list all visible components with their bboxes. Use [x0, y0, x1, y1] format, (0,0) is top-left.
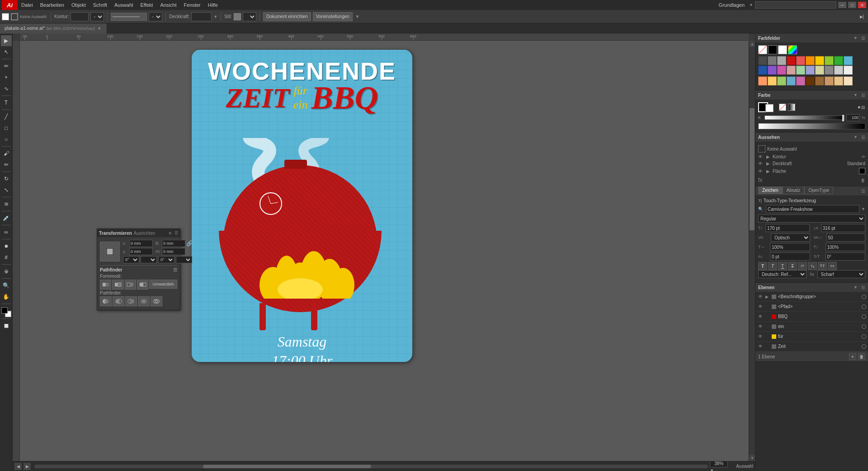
new-layer-button[interactable]: +: [849, 353, 856, 360]
ebene-circle-1[interactable]: [862, 295, 866, 299]
aussehen-header[interactable]: Aussehen ▼ ☰: [755, 133, 868, 142]
dokument-einrichten-button[interactable]: Dokument einrichten: [263, 12, 311, 21]
scale-h-input[interactable]: [770, 243, 810, 251]
selection-tool[interactable]: ▶: [1, 35, 12, 46]
spectrum-swatch[interactable]: [788, 45, 797, 54]
fp-x-input[interactable]: [129, 240, 153, 247]
cs-30[interactable]: [844, 76, 853, 86]
artboard-prev[interactable]: ◀: [14, 463, 22, 470]
pathfinder-btn-1[interactable]: [100, 296, 112, 306]
zeichen-header[interactable]: Zeichen Absatz OpenType ☰: [755, 186, 868, 195]
opacity-input[interactable]: 100%: [191, 12, 212, 21]
vscroll-thumb[interactable]: [750, 108, 755, 230]
formmod-btn-2[interactable]: [112, 280, 123, 290]
formmod-btn-1[interactable]: [100, 280, 111, 290]
pathfinder-btn-4[interactable]: [138, 296, 150, 306]
menu-effekt[interactable]: Effekt: [137, 0, 156, 10]
font-style-select[interactable]: Regular: [758, 214, 865, 223]
eyedropper-tool[interactable]: 💉: [1, 213, 12, 224]
hscroll-track[interactable]: [34, 465, 708, 468]
white-swatch[interactable]: [778, 45, 787, 54]
pen-tool[interactable]: ✏: [1, 61, 12, 71]
cs-4[interactable]: [787, 56, 796, 65]
line-tool[interactable]: ╱: [1, 111, 12, 122]
ebene-eye-5[interactable]: 👁: [757, 334, 764, 339]
kontur-edit-icon[interactable]: ✏: [862, 154, 865, 159]
screen-mode-button[interactable]: ⬜: [1, 320, 12, 331]
voreinstellungen-button[interactable]: Voreinstellungen: [313, 12, 353, 21]
font-size-input[interactable]: [765, 224, 810, 232]
workspace-label[interactable]: Grundlagen: [719, 2, 745, 8]
cs-19[interactable]: [834, 66, 843, 75]
pathfinder-btn-5[interactable]: [151, 296, 162, 306]
pathfinder-btn-3[interactable]: [125, 296, 137, 306]
sharp-select[interactable]: Scharf: [817, 270, 866, 278]
farbe-mode-icon-2[interactable]: ▤: [861, 105, 865, 109]
menu-fenster[interactable]: Fenster: [180, 0, 204, 10]
fp-grid-cell-4[interactable]: [100, 248, 106, 255]
stroke-style-preview[interactable]: [111, 13, 147, 21]
tracking-type-select[interactable]: Optisch: [771, 233, 810, 242]
minimize-button[interactable]: ─: [838, 2, 846, 8]
fp-unit-select-1[interactable]: 0°: [123, 256, 139, 263]
fg-bg-swatches[interactable]: [1, 307, 11, 317]
maximize-button[interactable]: □: [848, 2, 856, 8]
menu-objekt[interactable]: Objekt: [68, 0, 90, 10]
ebenen-menu[interactable]: ☰: [861, 285, 865, 290]
ebenen-item-zeit[interactable]: 👁 ▶ Zeit: [755, 342, 868, 352]
font-search-input[interactable]: [766, 205, 859, 213]
aussehen-clear-icon[interactable]: 🗑: [861, 178, 865, 183]
farbfelder-header[interactable]: Farbfelder ▼ ☰: [755, 33, 868, 43]
cs-15[interactable]: [796, 66, 805, 75]
kontur-eye-icon[interactable]: 👁: [758, 154, 764, 159]
cs-2[interactable]: [768, 56, 777, 65]
search-input-top[interactable]: [755, 1, 836, 9]
farbe-menu[interactable]: ☰: [861, 93, 865, 98]
strikethrough-button[interactable]: T: [788, 262, 797, 270]
flache-expand-icon[interactable]: ▶: [766, 169, 771, 174]
pathfinder-menu-icon[interactable]: ☰: [173, 267, 177, 272]
kontur-expand-icon[interactable]: ▶: [766, 154, 771, 159]
fp-grid-cell-7[interactable]: [100, 255, 106, 262]
formmod-btn-3[interactable]: [125, 280, 136, 290]
deckkraft-expand-icon[interactable]: ▶: [766, 161, 771, 166]
cs-8[interactable]: [825, 56, 834, 65]
absatz-tab[interactable]: Absatz: [783, 186, 805, 194]
baseline-input[interactable]: [770, 252, 810, 261]
hand-tool[interactable]: ✋: [1, 291, 12, 302]
ebenen-item-fuer[interactable]: 👁 ▶ für: [755, 332, 868, 342]
vscrollbar[interactable]: ▲ ▼: [749, 41, 755, 461]
pathfinder-btn-2[interactable]: [113, 296, 124, 306]
foreground-swatch[interactable]: [1, 307, 8, 314]
ebenen-item-bbq[interactable]: 👁 ▶ BBQ: [755, 312, 868, 322]
farbe-gradient-icon[interactable]: [788, 104, 795, 111]
fp-unit-select-3[interactable]: 0°: [158, 256, 175, 263]
curvature-tool[interactable]: ∿: [1, 83, 12, 94]
ebenen-item-pfad[interactable]: 👁 ▶ <Pfad>: [755, 302, 868, 312]
fp-grid-cell-3[interactable]: [113, 242, 120, 248]
direct-selection-tool[interactable]: ↖: [1, 47, 12, 57]
strich-select[interactable]: [243, 12, 256, 21]
fp-grid-cell-6[interactable]: [113, 248, 120, 255]
farbfelder-menu[interactable]: ☰: [861, 36, 865, 41]
cs-9[interactable]: [834, 56, 843, 65]
strich-swatch[interactable]: [234, 13, 241, 20]
stroke-input[interactable]: [71, 12, 89, 21]
cs-25[interactable]: [796, 76, 805, 86]
hscroll-thumb[interactable]: [203, 465, 372, 468]
aussehen-add-icon[interactable]: fx: [758, 177, 762, 183]
rect-tool[interactable]: □: [1, 123, 12, 133]
ebenen-header[interactable]: Ebenen ▼ ☰: [755, 283, 868, 292]
fp-ausrichten-tab[interactable]: Ausrichten: [134, 231, 155, 236]
cs-11[interactable]: [758, 66, 767, 75]
cs-26[interactable]: [806, 76, 815, 86]
flache-swatch[interactable]: [859, 168, 865, 174]
ebene-circle-6[interactable]: [862, 344, 866, 349]
fill-swatch[interactable]: [2, 13, 9, 20]
none-swatch[interactable]: [758, 45, 767, 54]
paintbrush-tool[interactable]: 🖌: [1, 148, 12, 159]
cs-27[interactable]: [815, 76, 824, 86]
ebene-eye-3[interactable]: 👁: [757, 314, 764, 319]
fp-grid-cell-8[interactable]: [107, 255, 113, 262]
fp-unit-select-2[interactable]: [141, 256, 157, 263]
